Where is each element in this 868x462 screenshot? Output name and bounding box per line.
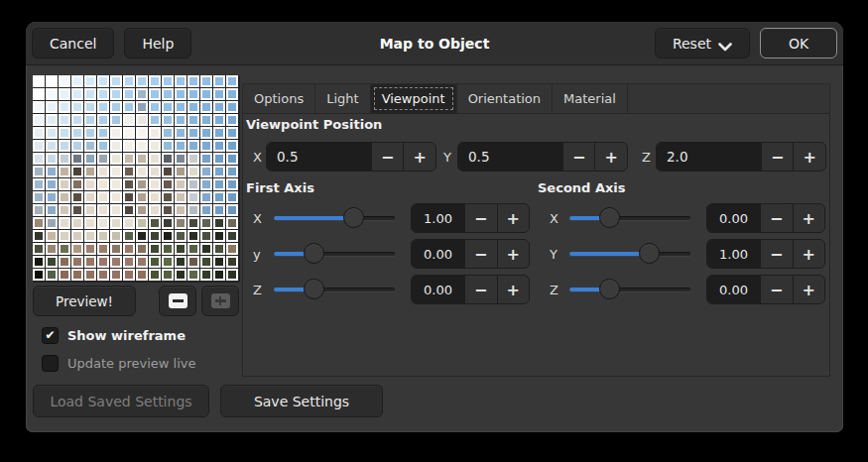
zoom-in-button[interactable] (201, 286, 239, 316)
first-axis-x-plus-button[interactable]: + (497, 204, 529, 232)
first-axis-z-entry[interactable]: 0.00 (412, 276, 464, 303)
vp-y-plus-button[interactable]: + (594, 143, 627, 171)
preview-cell (149, 140, 161, 152)
second-axis-x-slider[interactable] (569, 203, 690, 233)
second-axis-z-entry[interactable]: 0.00 (707, 276, 760, 303)
save-settings-button[interactable]: Save Settings (220, 385, 383, 417)
update-preview-live-checkbox[interactable]: ✔ (42, 355, 59, 372)
preview-cell (46, 127, 58, 139)
preview-cell (149, 114, 161, 126)
preview-cell (200, 140, 212, 152)
preview-cell (226, 217, 238, 229)
preview-cell (59, 127, 70, 139)
reset-button[interactable]: Reset (655, 28, 750, 58)
preview-cell (149, 204, 161, 216)
vp-y-minus-button[interactable]: − (562, 143, 595, 171)
preview-cell (175, 191, 186, 203)
tab-viewpoint[interactable]: Viewpoint (371, 84, 457, 113)
first-axis-x-slider[interactable] (274, 203, 395, 233)
slider-thumb[interactable] (599, 207, 620, 228)
tab-light[interactable]: Light (315, 84, 370, 113)
preview-cell (175, 166, 186, 177)
preview-cell (149, 217, 161, 229)
preview-cell (71, 178, 83, 190)
reset-button-label: Reset (673, 36, 711, 52)
second-axis-y-minus-button[interactable]: − (760, 240, 792, 268)
load-saved-settings-button[interactable]: Load Saved Settings (33, 385, 209, 417)
slider-thumb[interactable] (343, 207, 364, 228)
first-axis-y-plus-button[interactable]: + (497, 240, 529, 268)
tab-options[interactable]: Options (243, 84, 315, 113)
first-axis-y-minus-button[interactable]: − (464, 240, 496, 268)
vp-z-label: Z (642, 150, 651, 165)
second-axis-z-minus-button[interactable]: − (760, 276, 792, 303)
update-preview-live-row[interactable]: ✔ Update preview live (42, 354, 196, 372)
preview-cell (97, 243, 109, 255)
vp-z-spinbutton: 2.0 − + (656, 142, 826, 172)
tab-material[interactable]: Material (553, 84, 628, 113)
tab-orientation[interactable]: Orientation (457, 84, 553, 113)
preview-cell (187, 269, 199, 281)
preview-cell (33, 75, 45, 87)
preview-cell (162, 256, 174, 268)
show-wireframe-checkbox[interactable]: ✔ (42, 327, 59, 344)
first-axis-y-slider[interactable] (274, 239, 395, 269)
preview-button[interactable]: Preview! (33, 286, 136, 316)
preview-cell (226, 191, 238, 203)
second-axis-y-label: Y (550, 247, 558, 262)
second-axis-x-entry[interactable]: 0.00 (707, 204, 760, 232)
first-axis-z-minus-button[interactable]: − (464, 276, 496, 303)
first-axis-y-entry[interactable]: 0.00 (412, 240, 464, 268)
second-axis-z-slider[interactable] (569, 275, 690, 304)
preview-cell (136, 75, 148, 87)
preview-cell (136, 140, 148, 152)
preview-cell (84, 269, 96, 281)
second-axis-z-plus-button[interactable]: + (793, 276, 824, 303)
vp-z-plus-button[interactable]: + (793, 143, 825, 171)
first-axis-z-slider[interactable] (274, 275, 395, 304)
preview-cell (136, 127, 148, 139)
slider-thumb[interactable] (304, 243, 324, 264)
vp-x-plus-button[interactable]: + (403, 143, 435, 171)
preview-cell (175, 269, 186, 281)
cancel-button[interactable]: Cancel (32, 28, 114, 58)
vp-z-minus-button[interactable]: − (761, 143, 794, 171)
vp-x-spinbutton: 0.5 − + (266, 142, 436, 172)
ok-button[interactable]: OK (760, 28, 837, 58)
slider-thumb[interactable] (599, 279, 620, 299)
vp-x-entry[interactable]: 0.5 (267, 143, 371, 171)
preview-cell (149, 178, 161, 190)
vp-y-entry[interactable]: 0.5 (458, 143, 562, 171)
headerbar: Cancel Help Map to Object Reset OK (26, 22, 843, 65)
preview-cell (110, 166, 122, 177)
preview-cell (187, 230, 199, 242)
second-axis-y-slider[interactable] (569, 239, 690, 269)
second-axis-y-plus-button[interactable]: + (793, 240, 824, 268)
preview-cell (175, 88, 186, 100)
preview-cell (97, 140, 109, 152)
preview-cell (71, 75, 83, 87)
second-axis-x-minus-button[interactable]: − (760, 204, 792, 232)
preview-cell (200, 101, 212, 113)
vp-z-entry[interactable]: 2.0 (657, 143, 761, 171)
preview-cell (162, 114, 174, 126)
preview-cell (123, 230, 135, 242)
zoom-out-button[interactable] (159, 286, 196, 316)
help-button[interactable]: Help (124, 28, 191, 58)
chevron-down-icon (718, 39, 732, 48)
preview-cell (46, 166, 58, 177)
first-axis-x-entry[interactable]: 1.00 (412, 204, 464, 232)
first-axis-z-plus-button[interactable]: + (497, 276, 529, 303)
second-axis-x-plus-button[interactable]: + (793, 204, 824, 232)
slider-thumb[interactable] (639, 243, 660, 264)
preview-image[interactable] (33, 75, 240, 283)
slider-thumb[interactable] (304, 279, 324, 299)
preview-cell (162, 140, 174, 152)
preview-cell (213, 230, 225, 242)
vp-x-minus-button[interactable]: − (371, 143, 404, 171)
first-axis-x-minus-button[interactable]: − (464, 204, 496, 232)
preview-cell (226, 243, 238, 255)
preview-cell (226, 127, 238, 139)
second-axis-y-entry[interactable]: 1.00 (707, 240, 760, 268)
show-wireframe-row[interactable]: ✔ Show wireframe (42, 326, 186, 344)
